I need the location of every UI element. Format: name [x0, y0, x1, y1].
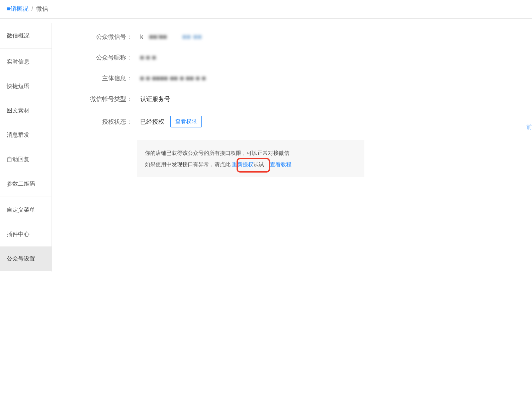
row-account-type: 微信帐号类型： 认证服务号 [82, 95, 519, 103]
breadcrumb: ■销概况 / 微信 [0, 0, 532, 19]
row-subject: 主体信息： ■ ■ ■■■■ ■■ ■ ■■ ■ ■ [82, 74, 519, 82]
sidebar-item-wechat-overview[interactable]: 微信概况 [0, 23, 52, 48]
label-account-type: 微信帐号类型： [82, 95, 132, 103]
value-nickname: ■ ■ ■ [140, 54, 156, 61]
goto-link[interactable]: 前 [526, 123, 532, 131]
value-wechat-id: k■■/■■ ■■ ■■ [140, 33, 202, 40]
label-wechat-id: 公众微信号： [82, 33, 132, 41]
row-nickname: 公众号昵称： ■ ■ ■ [82, 54, 519, 62]
view-tutorial-link[interactable]: 查看教程 [270, 162, 291, 167]
value-auth-status: 已经授权 [140, 118, 164, 126]
view-permissions-button[interactable]: 查看权限 [170, 116, 202, 127]
sidebar-item-plugin-center[interactable]: 插件中心 [0, 222, 52, 246]
notice-line-1: 你的店铺已获得该公众号的所有接口权限，可以正常对接微信 [145, 147, 356, 159]
sidebar-item-realtime[interactable]: 实时信息 [0, 49, 52, 74]
sidebar-item-auto-reply[interactable]: 自动回复 [0, 147, 52, 172]
sidebar: 微信概况 实时信息 快捷短语 图文素材 消息群发 自动回复 参数二维码 自定义菜… [0, 23, 52, 272]
notice-line-2: 如果使用中发现接口有异常，请点此 重新授权试试 查看教程 [145, 159, 356, 170]
row-wechat-id: 公众微信号： k■■/■■ ■■ ■■ [82, 33, 519, 41]
sidebar-item-custom-menu[interactable]: 自定义菜单 [0, 198, 52, 222]
label-nickname: 公众号昵称： [82, 54, 132, 62]
sidebar-item-quick-phrase[interactable]: 快捷短语 [0, 74, 52, 98]
sidebar-item-mass-message[interactable]: 消息群发 [0, 123, 52, 147]
breadcrumb-parent[interactable]: ■销概况 [7, 5, 28, 12]
breadcrumb-current: 微信 [36, 5, 48, 12]
row-auth-status: 授权状态： 已经授权 查看权限 [82, 116, 519, 127]
label-subject: 主体信息： [82, 74, 132, 82]
reauthorize-link[interactable]: 重新授权 [232, 162, 253, 167]
sidebar-item-article-material[interactable]: 图文素材 [0, 98, 52, 123]
auth-notice-box: 你的店铺已获得该公众号的所有接口权限，可以正常对接微信 如果使用中发现接口有异常… [137, 140, 364, 177]
sidebar-item-account-settings[interactable]: 公众号设置 [0, 246, 52, 271]
value-subject: ■ ■ ■■■■ ■■ ■ ■■ ■ ■ [140, 75, 206, 82]
label-auth-status: 授权状态： [82, 118, 132, 126]
value-account-type: 认证服务号 [140, 95, 170, 103]
sidebar-item-param-qrcode[interactable]: 参数二维码 [0, 172, 52, 196]
breadcrumb-separator: / [31, 5, 33, 12]
content-area: 公众微信号： k■■/■■ ■■ ■■ 公众号昵称： ■ ■ ■ 主体信息： ■… [52, 23, 532, 272]
